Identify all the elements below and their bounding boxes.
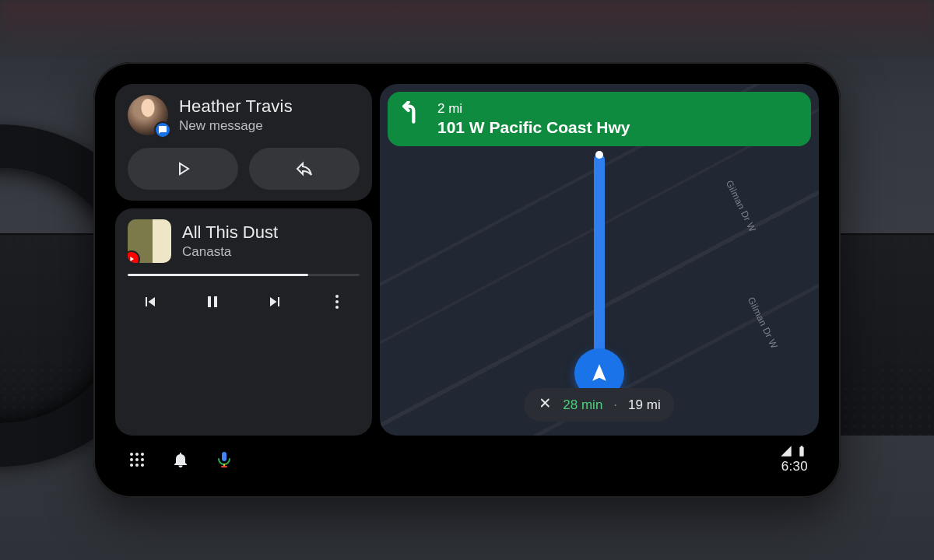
next-track-button[interactable] (257, 284, 293, 320)
map-road-label: Gilman Dr W (746, 296, 780, 351)
playback-progress-fill (128, 274, 308, 276)
eta-pill[interactable]: 28 min · 19 mi (524, 388, 674, 422)
nav-bar-left (126, 449, 235, 471)
cellular-signal-icon (780, 445, 792, 457)
message-subtitle: New message (179, 118, 293, 134)
navigation-distance: 2 mi (437, 101, 630, 117)
svg-point-9 (130, 464, 133, 467)
navigation-street: 101 W Pacific Coast Hwy (437, 118, 630, 137)
content-area: Heather Travis New message (107, 76, 827, 436)
navigation-arrow-icon (588, 362, 610, 384)
svg-point-3 (130, 453, 133, 456)
svg-point-7 (135, 458, 139, 461)
close-eta-button[interactable] (538, 396, 552, 414)
messages-app-badge-icon (154, 121, 171, 138)
navigation-info: 2 mi 101 W Pacific Coast Hwy (437, 101, 630, 137)
map-pane[interactable]: 2 mi 101 W Pacific Coast Hwy Gilman Dr W… (380, 84, 819, 436)
album-art (128, 219, 171, 263)
skip-previous-icon (141, 292, 160, 311)
system-nav-bar: 6:30 (107, 436, 827, 484)
apps-grid-icon (128, 450, 146, 469)
voice-assistant-button[interactable] (213, 449, 235, 471)
media-app-badge-icon (128, 250, 140, 263)
track-artist: Canasta (182, 244, 278, 260)
status-clock: 6:30 (781, 459, 808, 474)
media-controls (128, 284, 360, 323)
svg-point-11 (141, 464, 144, 467)
nav-bar-right: 6:30 (780, 445, 808, 474)
eta-time: 28 min (563, 397, 602, 413)
play-message-button[interactable] (128, 148, 238, 190)
navigation-banner[interactable]: 2 mi 101 W Pacific Coast Hwy (388, 92, 811, 146)
screen: Heather Travis New message (107, 76, 827, 484)
svg-point-6 (130, 458, 133, 461)
track-title: All This Dust (182, 222, 278, 243)
message-text: Heather Travis New message (179, 96, 293, 134)
svg-point-5 (141, 453, 144, 456)
eta-separator: · (613, 397, 617, 413)
eta-distance: 19 mi (628, 397, 661, 413)
bell-icon (171, 450, 190, 469)
media-header: All This Dust Canasta (128, 219, 360, 263)
close-icon (538, 396, 552, 410)
map-road-label: Gilman Dr W (724, 179, 758, 234)
track-info: All This Dust Canasta (182, 222, 278, 260)
left-column: Heather Travis New message (115, 84, 372, 436)
message-sender: Heather Travis (179, 96, 293, 117)
svg-point-0 (335, 295, 339, 298)
more-options-button[interactable] (319, 284, 355, 320)
pause-button[interactable] (195, 284, 230, 320)
environment-reflection (0, 0, 934, 54)
avatar (128, 95, 168, 135)
svg-point-1 (335, 300, 339, 303)
message-actions (128, 148, 360, 190)
playback-progress[interactable] (128, 274, 360, 276)
skip-next-icon (265, 292, 284, 311)
svg-point-10 (135, 464, 139, 467)
message-header: Heather Travis New message (128, 95, 360, 135)
previous-track-button[interactable] (132, 284, 168, 320)
reply-icon (295, 159, 314, 178)
turn-left-icon (400, 101, 425, 126)
pause-icon (203, 292, 222, 311)
route-line (594, 154, 605, 356)
status-icons (780, 445, 808, 457)
battery-icon (795, 445, 808, 457)
app-launcher-button[interactable] (126, 449, 148, 471)
svg-point-8 (141, 458, 144, 461)
svg-point-2 (335, 306, 339, 309)
play-icon (174, 159, 192, 178)
mic-icon (215, 450, 234, 469)
head-unit-device: Heather Travis New message (93, 62, 841, 498)
reply-button[interactable] (249, 148, 360, 190)
media-card[interactable]: All This Dust Canasta (115, 208, 372, 436)
more-vert-icon (328, 292, 346, 311)
svg-point-4 (135, 453, 139, 456)
message-card[interactable]: Heather Travis New message (115, 84, 372, 201)
notifications-button[interactable] (170, 449, 191, 471)
